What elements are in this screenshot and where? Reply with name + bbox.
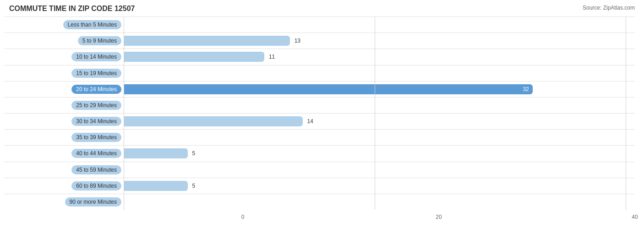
chart-container: COMMUTE TIME IN ZIP CODE 12507 Source: Z… xyxy=(0,0,644,239)
label-pill: 35 to 39 Minutes xyxy=(71,133,121,142)
label-pill: 5 to 9 Minutes xyxy=(78,36,121,45)
bar-area xyxy=(124,194,635,210)
row-label: 20 to 24 Minutes xyxy=(5,85,124,94)
row-label: Less than 5 Minutes xyxy=(5,20,124,29)
bar: 14 xyxy=(124,116,303,126)
table-row: 90 or more Minutes xyxy=(5,194,635,210)
label-pill: 10 to 14 Minutes xyxy=(71,52,121,61)
table-row: 10 to 14 Minutes11 xyxy=(5,49,635,65)
source-text: Source: ZipAtlas.com xyxy=(583,5,635,11)
row-label: 15 to 19 Minutes xyxy=(5,69,124,78)
table-row: Less than 5 Minutes xyxy=(5,16,635,33)
row-label: 40 to 44 Minutes xyxy=(5,149,124,158)
label-pill: 15 to 19 Minutes xyxy=(71,69,121,78)
chart-title: COMMUTE TIME IN ZIP CODE 12507 xyxy=(5,5,635,13)
bar-area xyxy=(124,17,635,33)
table-row: 35 to 39 Minutes xyxy=(5,129,635,145)
bar-value: 32 xyxy=(521,86,529,92)
x-axis-tick: 0 xyxy=(241,214,245,220)
table-row: 40 to 44 Minutes5 xyxy=(5,145,635,161)
bar-area xyxy=(124,130,635,145)
label-pill: 45 to 59 Minutes xyxy=(71,165,121,174)
table-row: 25 to 29 Minutes xyxy=(5,97,635,113)
table-row: 20 to 24 Minutes32 xyxy=(5,81,635,97)
row-label: 35 to 39 Minutes xyxy=(5,133,124,142)
row-label: 45 to 59 Minutes xyxy=(5,165,124,174)
table-row: 45 to 59 Minutes xyxy=(5,162,635,178)
bar-area: 32 xyxy=(124,81,635,97)
bar-area xyxy=(124,65,635,81)
bar-value: 5 xyxy=(191,183,196,189)
bar-value: 5 xyxy=(191,150,196,157)
x-axis-tick: 20 xyxy=(436,214,442,220)
x-axis-tick: 40 xyxy=(632,214,638,220)
bar: 5 xyxy=(124,148,188,158)
bar-value: 11 xyxy=(267,54,275,60)
label-pill: 40 to 44 Minutes xyxy=(71,149,121,158)
bar: 13 xyxy=(124,36,290,46)
table-row: 60 to 89 Minutes5 xyxy=(5,178,635,194)
table-row: 30 to 34 Minutes14 xyxy=(5,113,635,129)
row-label: 60 to 89 Minutes xyxy=(5,181,124,190)
bar-area xyxy=(124,98,635,113)
row-label: 5 to 9 Minutes xyxy=(5,36,124,45)
label-pill: 25 to 29 Minutes xyxy=(71,101,121,110)
bar: 5 xyxy=(124,181,188,191)
bar: 32 xyxy=(124,84,533,94)
label-pill: 90 or more Minutes xyxy=(65,197,121,206)
bar-area: 5 xyxy=(124,178,635,194)
table-row: 5 to 9 Minutes13 xyxy=(5,33,635,49)
table-row: 15 to 19 Minutes xyxy=(5,65,635,81)
label-pill: Less than 5 Minutes xyxy=(63,20,121,29)
row-label: 90 or more Minutes xyxy=(5,197,124,206)
x-axis: 02040 xyxy=(243,210,635,223)
label-pill: 30 to 34 Minutes xyxy=(71,117,121,126)
bar-area: 5 xyxy=(124,146,635,161)
row-label: 30 to 34 Minutes xyxy=(5,117,124,126)
row-label: 10 to 14 Minutes xyxy=(5,52,124,61)
chart-area: Less than 5 Minutes5 to 9 Minutes1310 to… xyxy=(5,16,635,210)
bar-area: 11 xyxy=(124,49,635,65)
bar-value: 14 xyxy=(306,118,313,125)
bar-area: 13 xyxy=(124,33,635,49)
bar-value: 13 xyxy=(293,38,300,44)
bar: 11 xyxy=(124,52,264,62)
label-pill: 20 to 24 Minutes xyxy=(71,85,121,94)
bar-area xyxy=(124,162,635,178)
label-pill: 60 to 89 Minutes xyxy=(71,181,121,190)
row-label: 25 to 29 Minutes xyxy=(5,101,124,110)
bar-area: 14 xyxy=(124,114,635,129)
